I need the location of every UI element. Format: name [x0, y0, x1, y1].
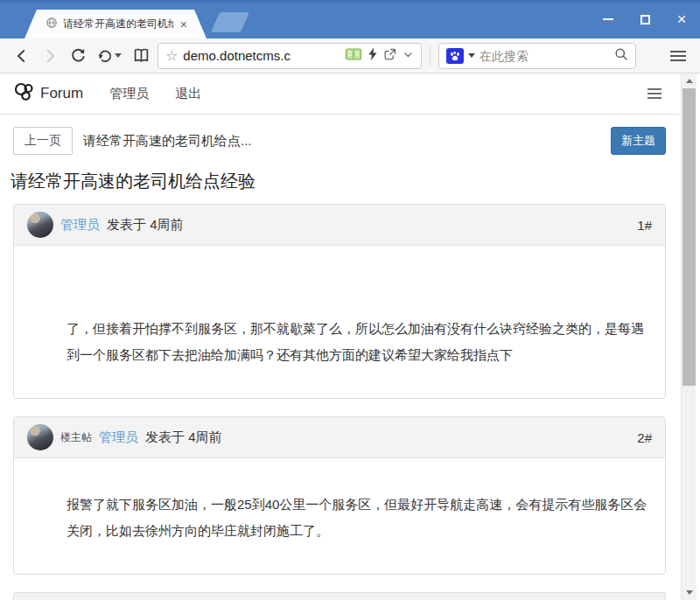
search-box[interactable]	[438, 43, 636, 69]
post-card-3-partial	[13, 592, 666, 600]
page-title: 请经常开高速的老司机给点经验	[10, 170, 666, 193]
forum-logo-icon	[13, 82, 34, 105]
scroll-up-button[interactable]	[682, 73, 696, 88]
favorite-star-icon[interactable]: ☆	[165, 47, 178, 64]
scroll-up-icon	[686, 79, 693, 83]
avatar[interactable]	[27, 212, 53, 238]
page-content: Forum 管理员 退出 上一页 请经常开高速的老司机给点... 新主题 请经常…	[0, 73, 700, 600]
post-2-body: 报警了就下服务区加油，一般25到40公里一个服务区，但最好开导航走高速，会有提示…	[14, 458, 665, 574]
content-spacer	[66, 476, 648, 492]
post-author-link[interactable]: 管理员	[60, 217, 100, 234]
maximize-button[interactable]	[639, 13, 651, 25]
scroll-down-icon	[686, 590, 693, 595]
nav-link-admin[interactable]: 管理员	[109, 86, 149, 102]
post-card-1: 管理员 发表于 4周前 1# 了，但接着开怕撑不到服务区，那不就歇菜了么，所以怎…	[13, 204, 666, 399]
forum-navbar: Forum 管理员 退出	[0, 73, 679, 115]
page-viewport: Forum 管理员 退出 上一页 请经常开高速的老司机给点... 新主题 请经常…	[0, 73, 700, 600]
post-1-body: 了，但接着开怕撑不到服务区，那不就歇菜了么，所以怎么加油有没有什么诀窍经验之类的…	[14, 246, 665, 398]
post-card-2: 楼主帖 管理员 发表于 4周前 2# 报警了就下服务区加油，一般25到40公里一…	[13, 416, 666, 575]
tab-close-icon[interactable]: ×	[178, 18, 189, 31]
globe-icon	[46, 17, 58, 32]
minimize-icon	[603, 18, 613, 20]
titlebar: 请经常开高速的老司机给点经验 × ×	[0, 0, 700, 38]
avatar[interactable]	[27, 424, 53, 450]
previous-page-button[interactable]: 上一页	[13, 127, 73, 155]
back-button[interactable]	[10, 44, 33, 68]
nav-link-logout[interactable]: 退出	[175, 86, 201, 102]
url-text[interactable]: demo.dotnetcms.c	[183, 48, 340, 63]
post-number: 1#	[637, 218, 652, 233]
maximize-icon	[640, 15, 650, 24]
breadcrumb: 上一页 请经常开高速的老司机给点... 新主题	[13, 127, 666, 155]
forum-menu-button[interactable]	[643, 81, 666, 106]
refresh-button[interactable]	[66, 44, 89, 68]
browser-tab[interactable]: 请经常开高速的老司机给点经验 ×	[24, 10, 206, 38]
post-number: 2#	[637, 430, 652, 445]
scroll-down-button[interactable]	[682, 585, 696, 600]
toolbar-divider	[430, 46, 430, 66]
post-2-header: 楼主帖 管理员 发表于 4周前 2#	[14, 417, 665, 458]
address-bar[interactable]: ☆ demo.dotnetcms.c	[158, 43, 422, 69]
post-timestamp: 发表于 4周前	[107, 217, 184, 234]
browser-menu-button[interactable]	[667, 44, 690, 68]
post-1-header: 管理员 发表于 4周前 1#	[14, 205, 665, 246]
forward-button[interactable]	[38, 44, 61, 68]
post-author-link[interactable]: 管理员	[99, 429, 138, 446]
window-close-button[interactable]: ×	[676, 13, 688, 25]
post-text: 报警了就下服务区加油，一般25到40公里一个服务区，但最好开导航走高速，会有提示…	[66, 492, 648, 544]
forum-brand[interactable]: Forum	[13, 82, 83, 105]
baidu-search-engine-icon[interactable]	[446, 48, 464, 64]
new-tab-button[interactable]	[211, 12, 249, 32]
chevron-down-icon[interactable]	[402, 48, 414, 64]
window-close-icon: ×	[677, 11, 687, 27]
post-timestamp: 发表于 4周前	[145, 429, 222, 446]
browser-window: 请经常开高速的老司机给点经验 × × ☆ demo.dotnetcm	[0, 0, 700, 600]
caret-down-icon	[115, 53, 122, 58]
search-engine-caret-icon[interactable]	[468, 53, 475, 58]
page-scrollbar[interactable]	[681, 73, 696, 600]
minimize-button[interactable]	[602, 13, 614, 25]
history-dropdown-button[interactable]	[94, 44, 124, 68]
share-icon[interactable]	[383, 47, 397, 65]
scrollbar-thumb[interactable]	[682, 88, 696, 386]
bookmarks-button[interactable]	[130, 44, 152, 68]
browser-toolbar: ☆ demo.dotnetcms.c	[0, 38, 700, 73]
new-topic-button[interactable]: 新主题	[611, 127, 666, 155]
post-text: 了，但接着开怕撑不到服务区，那不就歇菜了么，所以怎么加油有没有什么诀窍经验之类的…	[66, 316, 648, 368]
breadcrumb-title: 请经常开高速的老司机给点...	[83, 133, 252, 150]
lightning-icon[interactable]	[368, 47, 378, 65]
search-input[interactable]	[480, 49, 610, 63]
forum-brand-name: Forum	[40, 85, 83, 102]
reader-mode-icon[interactable]	[345, 46, 362, 66]
tab-title: 请经常开高速的老司机给点经验	[63, 17, 173, 31]
window-controls: ×	[602, 0, 688, 38]
search-icon[interactable]	[614, 47, 628, 65]
original-poster-badge: 楼主帖	[60, 430, 92, 445]
missing-image-placeholder	[66, 263, 648, 316]
